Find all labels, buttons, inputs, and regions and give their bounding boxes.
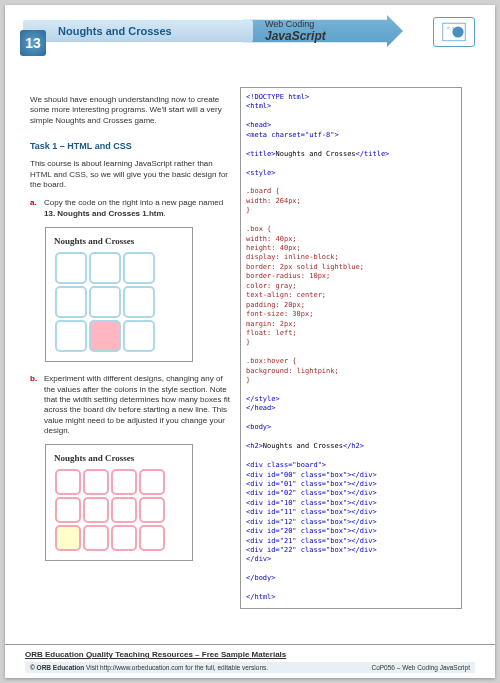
code-panel: <!DOCTYPE html><html> <head><meta charse… xyxy=(240,87,462,609)
grid-cell xyxy=(55,320,87,352)
task-heading: Task 1 – HTML and CSS xyxy=(30,141,230,151)
grid-cell xyxy=(55,497,81,523)
svg-text:<.>: <.> xyxy=(447,25,455,31)
logo-icon: <.> xyxy=(433,17,475,47)
grid-cell xyxy=(139,525,165,551)
grid-board-2 xyxy=(54,468,174,552)
grid-cell xyxy=(83,525,109,551)
page: Web CodingJavaScript Noughts and Crosses… xyxy=(5,5,495,678)
footer: ORB Education Quality Teaching Resources… xyxy=(5,644,495,678)
grid-cell xyxy=(111,525,137,551)
header: Web CodingJavaScript Noughts and Crosses… xyxy=(5,5,495,72)
step-a: a. Copy the code on the right into a new… xyxy=(30,198,230,219)
grid-cell xyxy=(83,497,109,523)
grid-cell xyxy=(83,469,109,495)
step-a-letter: a. xyxy=(30,198,44,219)
grid-cell xyxy=(55,252,87,284)
grid-cell xyxy=(123,252,155,284)
footer-bar: © ORB Education Visit http://www.orbeduc… xyxy=(25,662,475,673)
grid-cell xyxy=(55,286,87,318)
footer-title: ORB Education Quality Teaching Resources… xyxy=(25,650,475,659)
left-column: We should have enough understanding now … xyxy=(30,87,230,609)
step-b: b. Experiment with different designs, ch… xyxy=(30,374,230,436)
grid-cell xyxy=(139,497,165,523)
grid-cell xyxy=(123,320,155,352)
grid-cell-hover xyxy=(89,320,121,352)
grid-demo-1: Noughts and Crosses xyxy=(45,227,193,362)
grid-title-1: Noughts and Crosses xyxy=(54,236,184,246)
content: We should have enough understanding now … xyxy=(5,72,495,609)
grid-cell-hover xyxy=(55,525,81,551)
lesson-number: 13 xyxy=(20,30,46,56)
grid-cell xyxy=(89,286,121,318)
grid-cell xyxy=(55,469,81,495)
grid-cell xyxy=(111,469,137,495)
step-a-text: Copy the code on the right into a new pa… xyxy=(44,198,230,219)
grid-cell xyxy=(111,497,137,523)
grid-board-1 xyxy=(54,251,174,353)
grid-demo-2: Noughts and Crosses xyxy=(45,444,193,561)
footer-right: CoP056 – Web Coding JavaScript xyxy=(371,664,470,671)
footer-left: © ORB Education Visit http://www.orbeduc… xyxy=(30,664,268,671)
page-title: Noughts and Crosses xyxy=(58,25,172,37)
intro-text: We should have enough understanding now … xyxy=(30,95,230,126)
title-banner: Noughts and Crosses xyxy=(23,20,253,42)
grid-cell xyxy=(123,286,155,318)
grid-title-2: Noughts and Crosses xyxy=(54,453,184,463)
arrow-text: Web CodingJavaScript xyxy=(265,19,326,43)
step-b-letter: b. xyxy=(30,374,44,436)
task-intro: This course is about learning JavaScript… xyxy=(30,159,230,190)
step-b-text: Experiment with different designs, chang… xyxy=(44,374,230,436)
grid-cell xyxy=(139,469,165,495)
grid-cell xyxy=(89,252,121,284)
